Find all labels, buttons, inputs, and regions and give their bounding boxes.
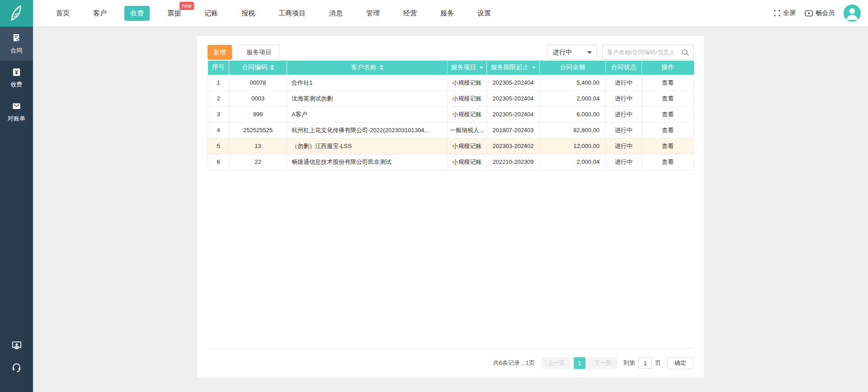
nav-item-customers[interactable]: 客户 [87, 6, 113, 21]
customer-service-button[interactable] [11, 362, 22, 373]
main-area: 新增 服务项目 进行中 [33, 27, 868, 392]
sidebar-item-label: 对账单 [8, 115, 25, 123]
goto-page-input[interactable] [638, 357, 652, 369]
sidebar-item-fees[interactable]: 收费 [0, 61, 33, 95]
search-box [602, 45, 693, 60]
sort-icon[interactable] [380, 65, 383, 70]
prev-page-button[interactable]: 上一页 [542, 357, 571, 369]
nav-item-services[interactable]: 服务 [434, 6, 460, 21]
header-index: 序号 [208, 61, 229, 75]
view-link[interactable]: 查看 [662, 143, 674, 149]
table-header-row: 序号 合同编码 客户名称 服务项目 服务期限起止 合同金额 [208, 61, 694, 75]
status-filter-select[interactable]: 进行中 [547, 45, 597, 60]
add-button[interactable]: 新增 [208, 45, 232, 60]
member-button[interactable]: 畅会员 [805, 9, 835, 17]
main-nav: 首页 客户 收费 票据 new 记账 报税 工商项目 消息 管理 经营 服务 设… [44, 6, 503, 21]
client-download-button[interactable] [11, 340, 23, 352]
sidebar: 合同 收费 对账单 [0, 27, 33, 392]
header-service-period[interactable]: 服务期限起止 [487, 61, 540, 75]
header-contract-amount: 合同金额 [540, 61, 606, 75]
nav-item-settings[interactable]: 设置 [472, 6, 497, 21]
status-filter-value: 进行中 [553, 48, 572, 57]
member-video-icon [805, 10, 813, 17]
table-row[interactable]: 3 999 A客户 小规模记账 202305-202404 6,000.00 进… [208, 106, 694, 122]
toolbar: 新增 服务项目 进行中 [208, 36, 693, 60]
sidebar-item-label: 收费 [11, 81, 23, 89]
member-label: 畅会员 [816, 9, 835, 17]
feather-logo-icon [7, 3, 27, 23]
nav-item-fees[interactable]: 收费 [124, 6, 150, 21]
page-1-button[interactable]: 1 [574, 357, 585, 369]
chevron-down-icon [587, 51, 592, 54]
goto-page: 到第 页 确定 [623, 357, 693, 369]
filter-icon[interactable] [532, 67, 536, 69]
record-summary: 共6条记录，1页 [493, 359, 535, 367]
contract-icon [11, 33, 22, 43]
client-download-icon [11, 340, 23, 352]
header-customer-name[interactable]: 客户名称 [287, 61, 448, 75]
sort-icon[interactable] [270, 65, 274, 70]
search-icon[interactable] [681, 48, 689, 57]
topbar-right: 全屏 畅会员 [774, 5, 868, 22]
filter-icon[interactable] [480, 67, 483, 69]
table-row[interactable]: 2 0003 沈海英测试勿删 小规模记账 202305-202404 2,000… [208, 91, 694, 106]
customer-service-icon [11, 362, 22, 373]
header-actions: 操作 [642, 61, 694, 75]
fullscreen-label: 全屏 [783, 9, 796, 17]
header-contract-code[interactable]: 合同编码 [229, 61, 287, 75]
next-page-button[interactable]: 下一页 [588, 357, 618, 369]
sidebar-item-label: 合同 [11, 47, 23, 55]
table-row[interactable]: 4 252525525 杭州杠上花文化传播有限公司-2022(202303101… [208, 122, 694, 138]
app-logo [0, 0, 33, 27]
new-badge: new [179, 2, 194, 10]
nav-item-home[interactable]: 首页 [50, 6, 75, 21]
user-avatar[interactable] [844, 5, 861, 22]
sidebar-item-statements[interactable]: 对账单 [0, 95, 33, 129]
nav-item-messages[interactable]: 消息 [323, 6, 349, 21]
table-row[interactable]: 1 00078 合作社1 小规模记账 202305-202404 5,400.0… [208, 75, 694, 91]
view-link[interactable]: 查看 [662, 95, 674, 102]
nav-item-tax[interactable]: 报税 [236, 6, 261, 21]
header-service-item[interactable]: 服务项目 [448, 61, 487, 75]
statement-icon [11, 101, 22, 111]
sidebar-item-contracts[interactable]: 合同 [0, 27, 33, 61]
fee-icon [11, 67, 22, 77]
nav-item-bookkeeping[interactable]: 记账 [198, 6, 224, 21]
toolbar-filters: 进行中 [547, 45, 693, 60]
top-navbar: 首页 客户 收费 票据 new 记账 报税 工商项目 消息 管理 经营 服务 设… [0, 0, 868, 27]
view-link[interactable]: 查看 [662, 79, 674, 86]
pagination-bar: 共6条记录，1页 上一页 1 下一页 到第 页 确定 [208, 348, 693, 378]
nav-item-management[interactable]: 管理 [360, 6, 386, 21]
sidebar-bottom [0, 340, 33, 392]
confirm-button[interactable]: 确定 [667, 357, 693, 369]
nav-item-business-projects[interactable]: 工商项目 [273, 6, 311, 21]
goto-suffix: 页 [655, 359, 661, 367]
header-contract-status: 合同状态 [606, 61, 642, 75]
content-card: 新增 服务项目 进行中 [197, 36, 704, 378]
table-row-highlighted[interactable]: 5 13 （勿删）江西服宝-LSS 小规模记账 202303-202402 12… [208, 138, 694, 154]
search-input[interactable] [607, 49, 681, 56]
fullscreen-button[interactable]: 全屏 [774, 9, 796, 17]
view-link[interactable]: 查看 [662, 111, 674, 118]
goto-prefix: 到第 [623, 359, 635, 367]
service-items-button[interactable]: 服务项目 [238, 45, 280, 60]
view-link[interactable]: 查看 [662, 158, 674, 165]
nav-item-invoices[interactable]: 票据 new [161, 6, 187, 21]
nav-item-operations[interactable]: 经营 [397, 6, 423, 21]
fullscreen-icon [774, 10, 781, 17]
person-icon [844, 5, 861, 22]
view-link[interactable]: 查看 [662, 127, 674, 134]
nav-item-invoices-label: 票据 [167, 9, 181, 17]
contracts-table: 序号 合同编码 客户名称 服务项目 服务期限起止 合同金额 [208, 61, 694, 170]
table-row[interactable]: 6 22 畅捷通信息技术股份有限公司民非测试 小规模记账 202210-2023… [208, 154, 694, 170]
